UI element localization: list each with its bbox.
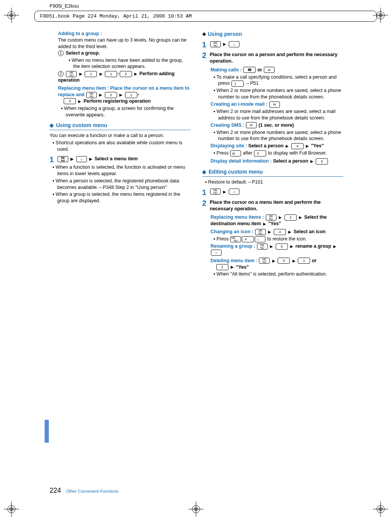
arrow-icon: ▶ — [268, 230, 271, 234]
book-key-icon: ⌂ — [76, 156, 87, 162]
reg-mark-icon — [188, 501, 204, 517]
imode-key-icon: αi — [230, 150, 241, 156]
list-item: When a function is selected, the functio… — [50, 164, 191, 177]
hollow-diamond-icon: ❖ — [202, 32, 206, 37]
key-4-icon: 4 — [254, 150, 266, 156]
key-1-icon: 1 — [125, 92, 137, 98]
replacing-item-heading: Replacing menu item : Place the cursor o… — [58, 85, 191, 105]
imode-mail-heading: Creating an i-mode mail : ✉ — [210, 101, 343, 108]
book-key-icon: ⌂ — [211, 250, 222, 256]
arrow-icon: ▶ — [89, 157, 92, 161]
arrow-icon: ▶ — [310, 159, 313, 163]
step-label: Perform registering operation — [84, 98, 151, 104]
reg-mark-icon — [373, 501, 388, 517]
menu-key-icon: MENU — [86, 92, 97, 98]
renaming-group-heading: Renaming a group : MENU ▶ 5 ▶ rename a g… — [210, 243, 343, 256]
list-item: When a group is selected, the menu items… — [50, 191, 191, 204]
list-item: When "All items" is selected, perform au… — [210, 271, 343, 277]
arrow-icon: ▶ — [134, 72, 137, 76]
key-4-icon: 4 — [242, 236, 254, 242]
adding-to-group-heading: Adding to a group : — [58, 31, 191, 37]
using-person-heading: ❖Using person — [202, 31, 343, 38]
key-3-icon: 3 — [64, 98, 76, 104]
arrow-icon: ▶ — [223, 42, 226, 46]
list-item: When no menu items have been added to th… — [66, 57, 191, 70]
arrow-icon: ▶ — [78, 99, 81, 103]
mail-key-icon: ✉ — [246, 122, 257, 128]
list-item: When 2 or more mail addresses are saved,… — [210, 108, 343, 121]
list-item: When 2 or more phone numbers are saved, … — [210, 87, 343, 100]
numbered-step: 1 MENU ▶ ⌂ ▶ Select a menu item — [50, 156, 191, 163]
step-number-2: 2 — [202, 199, 210, 207]
key-1-icon: 1 — [85, 71, 97, 77]
left-column: Adding to a group : The custom menu can … — [50, 31, 191, 278]
arrow-icon: ▶ — [286, 144, 289, 148]
reg-mark-icon — [4, 501, 19, 517]
key-4-icon: 4 — [291, 143, 304, 149]
arrow-icon: ▶ — [71, 157, 74, 161]
key-1-icon: 1 — [298, 258, 310, 264]
phone-key-icon: ☎ — [243, 67, 255, 73]
using-custom-menu-heading: ◆Using custom menu — [50, 122, 191, 130]
arrow-icon: ▶ — [270, 244, 273, 248]
display-detail-heading: Display detail information : Select a pe… — [210, 158, 343, 164]
menu-key-icon: MENU — [266, 214, 276, 221]
key-3-icon: 3 — [284, 214, 297, 221]
page-number: 224 — [50, 487, 61, 494]
key-2-icon: 2 — [216, 264, 228, 270]
arrow-icon: ▶ — [299, 215, 302, 219]
arrow-icon: ▶ — [306, 144, 309, 148]
arrow-icon: ▶ — [231, 265, 234, 269]
section-label: Other Convenient Functions — [66, 489, 118, 493]
arrow-icon: ▶ — [288, 230, 291, 234]
step-c1: 1 Select a group. — [58, 50, 191, 56]
arrow-icon: ▶ — [272, 259, 275, 263]
deleting-item-heading: Deleting menu item : MENU ▶ 6 ▶ 1 or 2 ▶… — [210, 258, 343, 271]
menu-key-icon: MENU — [210, 41, 221, 47]
arrow-icon: ▶ — [279, 215, 282, 219]
list-item: When a person is selected, the registere… — [50, 178, 191, 191]
list-item: When replacing a group, a screen for con… — [58, 105, 191, 118]
body-text: The custom menu can have up to 3 levels.… — [58, 37, 191, 50]
arrow-icon: ▶ — [290, 244, 293, 248]
step-number-1: 1 — [50, 156, 57, 163]
numbered-step: 2 Place the cursor on a person and perfo… — [202, 52, 343, 64]
display-site-heading: Displaying site : Select a person ▶ 4 ▶ … — [210, 143, 343, 149]
mail-key-icon: ✉ — [269, 102, 280, 108]
step-c2: 2 MENU ▶ 1 ▶ 1-3 ▶ Perform adding operat… — [58, 71, 191, 84]
arrow-icon: ▶ — [119, 93, 122, 97]
book-key-icon: ⌂ — [229, 189, 239, 195]
page-footer: 224 Other Convenient Functions — [50, 487, 118, 495]
changing-icon-heading: Changing an icon : MENU ▶ 4 ▶ Select an … — [210, 229, 343, 235]
crop-box: F905i.book Page 224 Monday, April 21, 20… — [34, 11, 377, 22]
key-1-icon: 1 — [105, 71, 117, 77]
menu-key-icon: MENU — [259, 258, 270, 264]
step-number-2: 2 — [202, 52, 210, 59]
list-item: To make a call specifying conditions, se… — [210, 74, 343, 87]
arrow-icon: ▶ — [100, 72, 103, 76]
arrow-icon: ▶ — [333, 244, 336, 248]
diamond-icon: ◆ — [50, 122, 54, 129]
numbered-step: 1 MENU ▶ ⌂ — [202, 189, 343, 196]
menu-key-icon: MENU — [210, 189, 221, 195]
menu-key-icon: MENU — [230, 236, 241, 242]
menu-key-icon: MENU — [255, 229, 266, 235]
list-item: Shortcut operations are also available w… — [50, 140, 191, 153]
arrow-icon: ▶ — [263, 222, 266, 226]
key-5-icon: 5 — [316, 158, 328, 164]
list-item: Press αi after 4 to display with Full Br… — [210, 150, 343, 156]
key-2-icon: 2 — [105, 92, 117, 98]
menu-key-icon: MENU — [257, 243, 268, 250]
body-text: You can execute a function or make a cal… — [50, 132, 191, 139]
step-number-1: 1 — [202, 189, 210, 196]
replacing-items-heading: Replacing menu items : MENU ▶ 3 ▶ Select… — [210, 214, 343, 227]
step-label: Select a menu item — [95, 156, 138, 161]
section-tab — [45, 420, 49, 443]
arrow-icon: ▶ — [292, 259, 296, 263]
arrow-icon: ▶ — [223, 190, 226, 194]
list-item: Restore to default.→P101 — [202, 179, 343, 185]
sms-heading: Creating SMS : ✉ (1 sec. or more) — [210, 122, 343, 129]
key-4-icon: 4 — [274, 229, 286, 235]
step-label: Select a group. — [66, 50, 100, 56]
circled-1-icon: 1 — [58, 50, 64, 56]
